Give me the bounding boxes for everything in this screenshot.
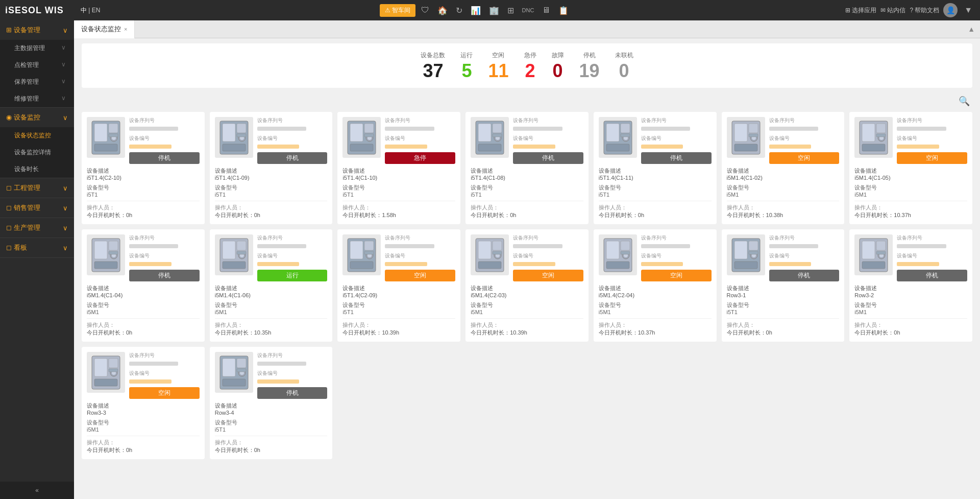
search-button[interactable]: 🔍 — [959, 96, 970, 107]
device-card-8[interactable]: 设备序列号 设备编号 停机 设备描述 i5M1.4(C1-04) 设备型号 i5… — [82, 229, 205, 342]
help-link[interactable]: ? 帮助文档 — [910, 6, 939, 15]
svg-rect-90 — [749, 251, 758, 254]
device-info: 设备序列号 设备编号 停机 — [129, 234, 200, 281]
operator-label: 操作人员： — [87, 321, 200, 329]
workshop-button[interactable]: ⚠ 智车间 — [380, 4, 415, 17]
device-no-label: 设备编号 — [513, 252, 583, 259]
inbox-link[interactable]: ✉ 站内信 — [880, 6, 905, 15]
device-desc-value: i5T1.4(C1-11) — [599, 175, 633, 181]
operator-label: 操作人员： — [471, 204, 583, 211]
device-desc-row: 设备描述 i5M1.4(C1-02) — [727, 167, 840, 181]
device-no-value — [129, 262, 172, 266]
user-dropdown-btn[interactable]: ▼ — [962, 5, 975, 16]
device-desc-label: 设备描述 — [599, 285, 621, 291]
home-icon-btn[interactable]: 🏠 — [435, 5, 450, 16]
grid-icon: ⊞ — [6, 26, 12, 34]
sidebar-header-project-mgmt[interactable]: ◻ 工程管理 ∨ — [0, 178, 74, 198]
device-image — [342, 117, 381, 158]
device-card-1[interactable]: 设备序列号 设备编号 停机 设备描述 i5T1.4(C2-10) 设备型号 i5… — [82, 112, 205, 224]
device-model-row: 设备型号 i5T1 — [215, 419, 328, 433]
device-card-11[interactable]: 设备序列号 设备编号 空闲 设备描述 i5M1.4(C2-03) 设备型号 i5… — [465, 229, 589, 342]
lang-cn[interactable]: 中 — [81, 7, 87, 14]
device-desc-row: 设备描述 i5T1.4(C2-10) — [87, 167, 200, 181]
grid-icon-btn[interactable]: ⊞ — [505, 5, 517, 16]
device-card-10[interactable]: 设备序列号 设备编号 空闲 设备描述 i5T1.4(C2-09) 设备型号 i5… — [337, 229, 460, 342]
svg-rect-87 — [734, 262, 757, 269]
apps-icon: ⊞ — [845, 7, 850, 14]
scroll-to-top-btn[interactable]: ▲ — [963, 25, 980, 33]
sidebar-header-production-mgmt[interactable]: ◻ 生产管理 ∨ — [0, 218, 74, 237]
sidebar-item-repair[interactable]: 维修管理 ∨ — [0, 90, 74, 107]
device-no-value — [897, 262, 939, 266]
sidebar-item-maintenance[interactable]: 保养管理 ∨ — [0, 74, 74, 90]
building-icon-btn[interactable]: 🏢 — [486, 5, 502, 16]
lang-en[interactable]: EN — [92, 7, 101, 14]
sidebar-item-inspection[interactable]: 点检管理 ∨ — [0, 57, 74, 74]
op-time-value: 今日开机时长：0h — [215, 446, 328, 454]
device-card-9[interactable]: 设备序列号 设备编号 运行 设备描述 i5M1.4(C1-06) 设备型号 i5… — [210, 229, 333, 342]
status-badge: 停机 — [513, 152, 583, 164]
svg-rect-76 — [493, 251, 502, 254]
svg-rect-10 — [223, 144, 246, 151]
device-model-value: i5M1 — [87, 309, 99, 315]
device-card-top: 设备序列号 设备编号 空闲 — [727, 117, 840, 164]
device-no-value — [129, 145, 172, 149]
device-image — [87, 352, 125, 393]
sidebar-header-device-monitor[interactable]: ◉ 设备监控 ∨ — [0, 108, 74, 127]
device-card-top: 设备序列号 设备编号 急停 — [342, 117, 455, 164]
sidebar-item-uptime[interactable]: 设备时长 — [0, 161, 74, 178]
user-avatar[interactable]: 👤 — [943, 3, 958, 17]
chevron-icon3: ∨ — [63, 184, 68, 192]
shield-icon-btn[interactable]: 🛡 — [419, 5, 432, 16]
device-desc-label: 设备描述 — [854, 168, 877, 174]
device-model-row: 设备型号 i5T1 — [342, 301, 455, 315]
device-card-5[interactable]: 设备序列号 设备编号 停机 设备描述 i5T1.4(C1-11) 设备型号 i5… — [594, 112, 717, 224]
operator-label: 操作人员： — [471, 321, 583, 329]
clipboard-icon-btn[interactable]: 📋 — [556, 5, 571, 16]
device-desc-row: 设备描述 i5T1.4(C1-10) — [342, 167, 455, 181]
svg-rect-111 — [237, 369, 246, 372]
device-image — [854, 234, 893, 275]
device-desc-label: 设备描述 — [471, 285, 493, 291]
refresh-icon-btn[interactable]: ↻ — [453, 5, 465, 16]
sidebar-section-kanban: ◻ 看板 ∨ — [0, 238, 74, 258]
device-card-13[interactable]: 设备序列号 设备编号 停机 设备描述 Row3-1 设备型号 i5T1 操作人员… — [722, 229, 845, 342]
serial-no-value — [385, 127, 434, 131]
device-no-label: 设备编号 — [897, 252, 967, 259]
status-badge: 停机 — [257, 152, 328, 164]
sidebar-header-device-mgmt[interactable]: ⊞ 设备管理 ∨ — [0, 20, 74, 40]
chart-icon-btn[interactable]: 📊 — [468, 5, 483, 16]
monitor-icon: ◉ — [6, 113, 12, 121]
device-card-16[interactable]: 设备序列号 设备编号 停机 设备描述 Row3-4 设备型号 i5T1 操作人员… — [210, 347, 333, 459]
select-app-link[interactable]: ⊞ 选择应用 — [845, 6, 876, 15]
device-card-14[interactable]: 设备序列号 设备编号 停机 设备描述 Row3-2 设备型号 i5M1 操作人员… — [849, 229, 972, 342]
sidebar-collapse-button[interactable]: « — [0, 482, 74, 499]
device-card-3[interactable]: 设备序列号 设备编号 急停 设备描述 i5T1.4(C1-10) 设备型号 i5… — [337, 112, 460, 224]
device-info: 设备序列号 设备编号 停机 — [257, 117, 328, 164]
device-desc-value: i5M1.4(C2-04) — [599, 292, 634, 298]
device-desc-value: i5M1.4(C2-03) — [471, 292, 506, 298]
sidebar-item-master-data[interactable]: 主数据管理 ∨ — [0, 40, 74, 57]
device-card-15[interactable]: 设备序列号 设备编号 空闲 设备描述 Row3-3 设备型号 i5M1 操作人员… — [82, 347, 205, 459]
serial-no-label: 设备序列号 — [641, 234, 712, 242]
sidebar-item-status-monitor[interactable]: 设备状态监控 — [0, 127, 74, 144]
device-card-12[interactable]: 设备序列号 设备编号 空闲 设备描述 i5M1.4(C2-04) 设备型号 i5… — [594, 229, 717, 342]
sidebar-item-monitor-detail[interactable]: 设备监控详情 — [0, 144, 74, 161]
device-desc-value: Row3-2 — [854, 292, 874, 298]
tab-status-monitor[interactable]: 设备状态监控 × — [74, 20, 135, 38]
device-card-4[interactable]: 设备序列号 设备编号 停机 设备描述 i5T1.4(C1-08) 设备型号 i5… — [465, 112, 589, 224]
sidebar-header-kanban[interactable]: ◻ 看板 ∨ — [0, 238, 74, 257]
serial-no-label: 设备序列号 — [897, 234, 967, 242]
device-card-2[interactable]: 设备序列号 设备编号 停机 设备描述 i5T1.4(C1-09) 设备型号 i5… — [210, 112, 333, 224]
tab-close-btn[interactable]: × — [124, 26, 127, 32]
dnc-btn[interactable]: DNC — [520, 6, 537, 14]
sidebar-header-sales-mgmt[interactable]: ◻ 销售管理 ∨ — [0, 198, 74, 218]
sidebar-sub-device-monitor: 设备状态监控 设备监控详情 设备时长 — [0, 127, 74, 178]
device-card-6[interactable]: 设备序列号 设备编号 空闲 设备描述 i5M1.4(C1-02) 设备型号 i5… — [722, 112, 845, 224]
device-card-7[interactable]: 设备序列号 设备编号 空闲 设备描述 i5M1.4(C1-05) 设备型号 i5… — [849, 112, 972, 224]
status-badge: 停机 — [129, 270, 200, 281]
monitor-icon-btn[interactable]: 🖥 — [540, 5, 553, 16]
device-model-label: 设备型号 — [471, 302, 493, 308]
serial-no-value — [513, 244, 562, 248]
language-switch[interactable]: 中 | EN — [81, 6, 100, 15]
